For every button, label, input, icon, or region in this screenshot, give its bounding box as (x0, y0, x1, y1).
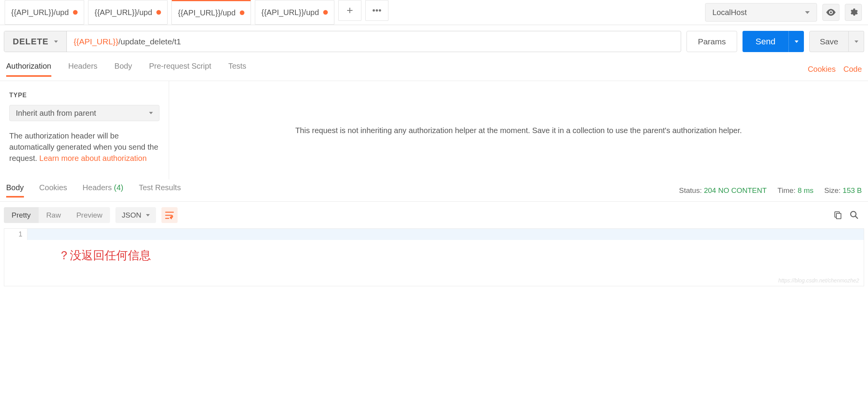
chevron-down-icon (146, 214, 150, 216)
new-tab-button[interactable] (338, 0, 361, 21)
status-stat: Status: 204 NO CONTENT (679, 186, 767, 195)
view-mode-preview[interactable]: Preview (69, 207, 110, 223)
settings-button[interactable] (845, 4, 862, 21)
wrap-icon (165, 211, 174, 219)
auth-inherit-message: This request is not inheriting any autho… (295, 125, 742, 136)
status-value: 204 NO CONTENT (704, 186, 767, 194)
auth-right-panel: This request is not inheriting any autho… (169, 81, 868, 179)
request-tab-0[interactable]: {{API_URL}}/update_d (5, 0, 84, 25)
copy-icon (833, 210, 843, 220)
eye-icon (826, 9, 836, 16)
url-variable: {{API_URL}} (74, 37, 119, 46)
svg-point-3 (830, 12, 832, 14)
save-button[interactable]: Save (809, 31, 849, 52)
top-right-controls: LocalHost (699, 3, 868, 22)
request-tab-label: {{API_URL}}/update_d (95, 8, 152, 17)
auth-type-value: Inherit auth from parent (16, 109, 96, 118)
format-select[interactable]: JSON (115, 207, 156, 223)
params-button[interactable]: Params (687, 31, 737, 52)
size-label: Size: (824, 186, 841, 194)
annotation-text: ？没返回任何信息 (4, 240, 864, 263)
tab-body[interactable]: Body (114, 62, 132, 77)
search-button[interactable] (849, 210, 860, 220)
unsaved-dot-icon (156, 10, 161, 15)
chevron-down-icon (854, 41, 858, 43)
response-editor[interactable]: 1 ？没返回任何信息 https://blog.csdn.net/chenmoz… (4, 228, 864, 286)
time-value: 8 ms (798, 186, 814, 194)
send-button[interactable]: Send (743, 31, 788, 52)
view-mode-pretty[interactable]: Pretty (4, 207, 39, 223)
environment-value: LocalHost (712, 8, 747, 17)
auth-description: The authorization header will be automat… (9, 130, 159, 164)
method-value: DELETE (13, 37, 49, 47)
send-dropdown-button[interactable] (788, 31, 804, 52)
wrap-toggle-button[interactable] (161, 207, 178, 223)
auth-learn-more-link[interactable]: Learn more about authorization (39, 154, 147, 162)
code-link[interactable]: Code (843, 65, 862, 74)
cookies-link[interactable]: Cookies (808, 65, 836, 74)
response-tab-tests[interactable]: Test Results (139, 183, 181, 198)
line-number: 1 (4, 229, 27, 240)
chevron-down-icon (795, 41, 798, 43)
save-dropdown-button[interactable] (849, 31, 864, 52)
environment-select[interactable]: LocalHost (705, 3, 817, 22)
request-tab-3[interactable]: {{API_URL}}/update_d (255, 0, 334, 25)
svg-point-0 (373, 9, 375, 12)
time-label: Time: (778, 186, 796, 194)
url-path: /update_delete/t1 (118, 37, 181, 46)
chevron-down-icon (805, 11, 810, 14)
svg-rect-5 (836, 213, 841, 219)
unsaved-dot-icon (323, 10, 328, 15)
request-tab-label: {{API_URL}}/update_d (178, 8, 235, 17)
body-view-mode-group: Pretty Raw Preview (4, 207, 110, 223)
url-input[interactable]: {{API_URL}}/update_delete/t1 (67, 31, 681, 52)
unsaved-dot-icon (240, 10, 244, 15)
tab-options-button[interactable] (365, 0, 388, 21)
request-tabs: {{API_URL}}/update_d {{API_URL}}/update_… (0, 0, 699, 25)
auth-type-select[interactable]: Inherit auth from parent (9, 105, 159, 121)
plus-icon (346, 7, 354, 14)
chevron-down-icon (54, 41, 58, 43)
headers-count-badge: (4) (114, 183, 123, 192)
request-tab-2[interactable]: {{API_URL}}/update_d (171, 0, 251, 25)
request-tab-label: {{API_URL}}/update_d (11, 8, 68, 17)
auth-type-label: TYPE (9, 92, 159, 99)
size-stat: Size: 153 B (824, 186, 862, 195)
svg-point-1 (376, 9, 378, 12)
view-mode-raw[interactable]: Raw (39, 207, 69, 223)
auth-left-panel: TYPE Inherit auth from parent The author… (0, 81, 169, 179)
format-value: JSON (122, 211, 141, 220)
response-tab-headers-label: Headers (83, 183, 112, 192)
time-stat: Time: 8 ms (778, 186, 814, 195)
line-content (27, 229, 864, 240)
environment-quicklook-button[interactable] (822, 4, 839, 21)
unsaved-dot-icon (73, 10, 78, 15)
dots-icon (372, 9, 381, 12)
request-tab-label: {{API_URL}}/update_d (261, 8, 319, 17)
tab-headers[interactable]: Headers (68, 62, 98, 77)
watermark: https://blog.csdn.net/chenmozhe2 (778, 277, 859, 284)
search-icon (849, 210, 859, 220)
method-select[interactable]: DELETE (4, 31, 67, 52)
tab-prerequest[interactable]: Pre-request Script (149, 62, 211, 77)
chevron-down-icon (149, 112, 153, 114)
response-tab-cookies[interactable]: Cookies (39, 183, 67, 198)
tab-tests[interactable]: Tests (228, 62, 246, 77)
gear-icon (849, 8, 858, 17)
copy-button[interactable] (833, 210, 843, 220)
response-tab-body[interactable]: Body (6, 183, 24, 198)
size-value: 153 B (843, 186, 862, 194)
request-tab-1[interactable]: {{API_URL}}/update_d (88, 0, 168, 25)
tab-authorization[interactable]: Authorization (6, 62, 51, 77)
response-tab-headers[interactable]: Headers (4) (83, 183, 124, 198)
status-label: Status: (679, 186, 702, 194)
url-group: DELETE {{API_URL}}/update_delete/t1 (4, 31, 681, 52)
svg-point-2 (379, 9, 381, 12)
